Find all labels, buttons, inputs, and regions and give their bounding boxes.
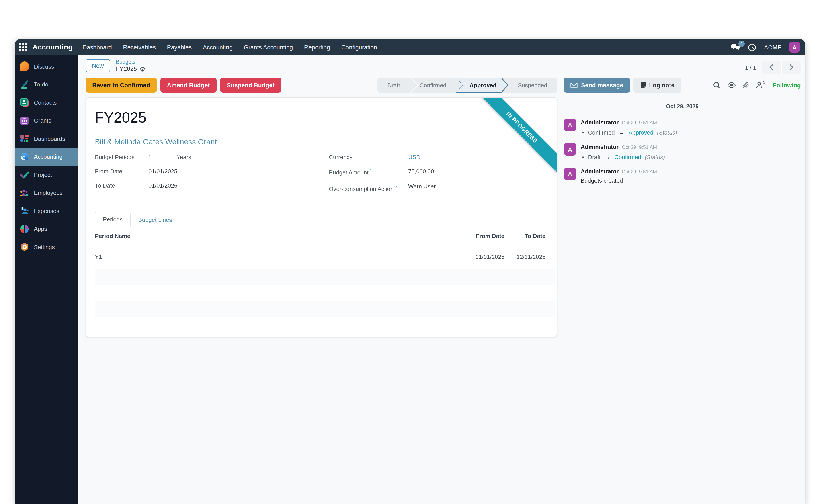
status-step-draft[interactable]: Draft [378, 78, 410, 93]
control-panel: New Budgets FY2025 ⚙ 1 / 1 [78, 55, 805, 76]
cell-period-name: Y1 [95, 254, 463, 260]
log-note-button[interactable]: Log note [633, 78, 681, 93]
gear-icon[interactable]: ⚙ [140, 66, 145, 72]
empty-row [95, 285, 555, 301]
pager-prev-button[interactable] [762, 61, 781, 74]
menu-item-grants-accounting[interactable]: Grants Accounting [244, 44, 293, 51]
message-author[interactable]: Administrator [581, 143, 619, 150]
sidebar-item-discuss[interactable]: Discuss [15, 57, 78, 76]
avatar[interactable]: A [564, 168, 576, 180]
dashboards-icon [20, 134, 29, 144]
sidebar-item-settings[interactable]: Settings [15, 238, 78, 256]
contacts-icon [20, 98, 29, 108]
statusbar: Draft Confirmed Approved Suspended [378, 78, 557, 93]
tab-budget-lines[interactable]: Budget Lines [131, 213, 180, 227]
breadcrumb: Budgets FY2025 ⚙ [116, 59, 145, 73]
breadcrumb-parent[interactable]: Budgets [116, 59, 145, 66]
search-messages-icon[interactable] [713, 81, 721, 89]
form-column: Revert to Confirmed Amend Budget Suspend… [78, 76, 564, 337]
user-avatar[interactable]: A [789, 42, 800, 53]
sidebar-item-expenses[interactable]: $ Expenses [15, 202, 78, 220]
sidebar-item-accounting[interactable]: $ Accounting [15, 148, 78, 166]
accounting-icon: $ [20, 152, 29, 162]
project-icon [20, 170, 29, 180]
budget-amount-label: Budget Amount? [329, 168, 408, 176]
grant-link[interactable]: Bill & Melinda Gates Wellness Grant [95, 138, 217, 147]
messages-icon[interactable]: 1 [731, 43, 740, 51]
message: A Administrator Oct 29, 9:51 AM • Confir… [564, 119, 801, 136]
revert-to-confirmed-button[interactable]: Revert to Confirmed [86, 78, 157, 93]
empty-row [95, 301, 555, 317]
menu-item-configuration[interactable]: Configuration [341, 44, 377, 51]
currency-value[interactable]: USD [408, 154, 420, 160]
new-button[interactable]: New [86, 59, 110, 72]
tracking-field: (Status) [645, 154, 665, 160]
app-name[interactable]: Accounting [33, 43, 73, 51]
svg-text:$: $ [21, 207, 23, 211]
table-row[interactable]: Y1 01/01/2025 12/31/2025 [95, 245, 555, 269]
periods-table: Period Name From Date To Date Y1 01/01/2… [86, 227, 557, 333]
menu-item-payables[interactable]: Payables [167, 44, 192, 51]
menu-item-receivables[interactable]: Receivables [123, 44, 156, 51]
status-step-suspended[interactable]: Suspended [508, 78, 557, 93]
column-to-date[interactable]: To Date [504, 233, 545, 239]
follower-count: 1 [763, 80, 765, 85]
from-date-label: From Date [95, 168, 148, 175]
budget-amount-value[interactable]: 75,000.00 [408, 168, 434, 175]
eye-icon[interactable] [727, 82, 736, 88]
sidebar-item-dashboards[interactable]: Dashboards [15, 130, 78, 148]
company-name[interactable]: ACME [764, 44, 782, 51]
sidebar-item-contacts[interactable]: Contacts [15, 94, 78, 112]
budget-periods-suffix: Years [176, 154, 191, 160]
apps-icon [20, 224, 29, 234]
empty-row [95, 317, 555, 333]
avatar[interactable]: A [564, 143, 576, 156]
activity-clock-icon[interactable] [748, 43, 756, 51]
column-from-date[interactable]: From Date [463, 233, 504, 239]
followers-icon[interactable]: 1 [756, 82, 765, 89]
help-icon: ? [394, 185, 397, 190]
to-date-value[interactable]: 01/01/2026 [148, 182, 177, 189]
status-step-confirmed[interactable]: Confirmed [410, 78, 456, 93]
message-timestamp: Oct 29, 9:51 AM [622, 144, 657, 150]
breadcrumb-current: FY2025 [116, 66, 137, 73]
suspend-budget-button[interactable]: Suspend Budget [220, 78, 281, 93]
attachment-paperclip-icon[interactable] [742, 81, 749, 89]
following-button[interactable]: Following [773, 82, 801, 88]
message: A Administrator Oct 29, 9:51 AM • Draft … [564, 143, 801, 160]
menu-item-accounting[interactable]: Accounting [203, 44, 233, 51]
pager-next-button[interactable] [781, 61, 801, 74]
apps-grid-icon[interactable] [19, 43, 27, 51]
arrow-right-icon: → [605, 154, 610, 160]
envelope-icon [570, 82, 578, 88]
app-window: Accounting Dashboard Receivables Payable… [15, 39, 805, 504]
overconsumption-action-value[interactable]: Warn User [408, 183, 436, 190]
cell-from-date: 01/01/2025 [463, 254, 504, 260]
sidebar-item-employees[interactable]: Employees [15, 184, 78, 202]
menu-item-reporting[interactable]: Reporting [304, 44, 330, 51]
form-card: IN PROGRESS FY2025 Bill & Melinda Gates … [86, 97, 557, 337]
sidebar-item-todo[interactable]: To-do [15, 76, 78, 94]
tracking-new-value: Approved [629, 129, 653, 136]
note-icon [640, 82, 646, 89]
column-period-name[interactable]: Period Name [95, 233, 463, 239]
todo-icon [20, 80, 29, 90]
app-sidebar: Discuss To-do Contacts Grants Dashboards… [15, 55, 78, 504]
chevron-right-icon [789, 64, 793, 70]
tab-periods[interactable]: Periods [95, 212, 131, 227]
amend-budget-button[interactable]: Amend Budget [160, 78, 217, 93]
sidebar-item-grants[interactable]: Grants [15, 112, 78, 130]
menu-item-dashboard[interactable]: Dashboard [82, 44, 112, 51]
sidebar-item-project[interactable]: Project [15, 166, 78, 184]
message-author[interactable]: Administrator [581, 119, 619, 126]
tracking-new-value: Confirmed [614, 154, 641, 160]
employees-icon [20, 188, 29, 198]
status-step-approved[interactable]: Approved [456, 78, 508, 93]
message-author[interactable]: Administrator [581, 168, 619, 175]
avatar[interactable]: A [564, 119, 576, 131]
budget-periods-value[interactable]: 1 [148, 154, 152, 160]
send-message-button[interactable]: Send message [564, 78, 630, 93]
message: A Administrator Oct 29, 9:51 AM Budgets … [564, 168, 801, 184]
from-date-value[interactable]: 01/01/2025 [148, 168, 177, 175]
sidebar-item-apps[interactable]: Apps [15, 220, 78, 238]
